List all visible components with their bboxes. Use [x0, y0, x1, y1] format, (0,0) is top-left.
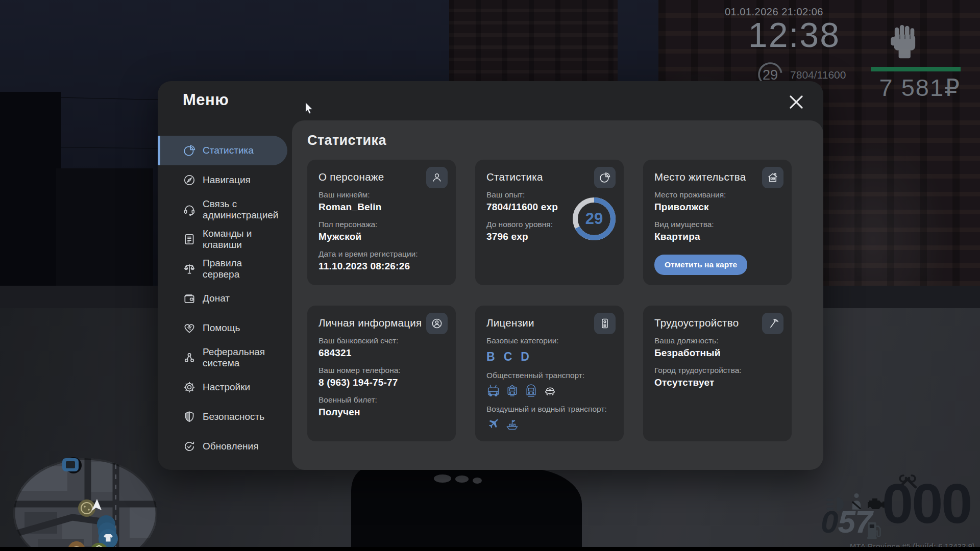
- fuel-pad: 0: [821, 504, 838, 539]
- sidebar-item-security[interactable]: Безопасность: [158, 402, 292, 432]
- minimap: [11, 457, 159, 551]
- stats-cards: О персонажеВаш никнейм:Roman_BelinПол пе…: [307, 160, 823, 441]
- sidebar-item-statistics[interactable]: Статистика: [158, 136, 287, 165]
- sidebar-item-label: Правила сервера: [203, 258, 280, 280]
- close-button[interactable]: [787, 92, 806, 112]
- sidebar-item-label: Команды и клавиши: [203, 228, 280, 251]
- field-value: 7804/11600 exp: [486, 202, 574, 213]
- health-bar: [871, 67, 961, 71]
- speedometer: 000: [882, 475, 971, 532]
- gear-icon: [183, 381, 196, 394]
- sidebar-item-referral[interactable]: Реферальная система: [158, 343, 292, 372]
- bottom-black-bar: [0, 547, 980, 551]
- field-value: Roman_Belin: [318, 202, 445, 213]
- person-icon: [426, 167, 448, 188]
- sidebar-item-donate[interactable]: Донат: [158, 284, 292, 313]
- license-category: D: [521, 350, 529, 364]
- pickaxe-icon: [762, 313, 783, 334]
- card-title: Место жительства: [654, 171, 780, 183]
- money-display: 7 581₽: [879, 73, 961, 102]
- sidebar-item-label: Статистика: [203, 145, 254, 156]
- field-value: 684321: [318, 347, 445, 359]
- trolleybus-icon: [486, 384, 500, 397]
- sidebar-item-label: Связь с администрацией: [203, 198, 280, 221]
- sidebar-item-label: Обновления: [203, 441, 258, 452]
- id-card-icon: [594, 313, 616, 334]
- sidebar-item-navigation[interactable]: Навигация: [158, 165, 292, 195]
- mark-on-map-button[interactable]: Отметить на карте: [654, 255, 747, 275]
- field-label: Ваша должность:: [654, 336, 780, 345]
- exp-value: 7804/11600: [790, 69, 846, 81]
- field-label: Ваш никнейм:: [318, 190, 445, 199]
- section-label: Базовые категории:: [486, 336, 612, 345]
- menu-window: Меню СтатистикаНавигацияСвязь с админист…: [158, 81, 823, 470]
- vehicle-hud: 057 000: [817, 473, 980, 551]
- license-category: B: [486, 350, 495, 364]
- content-title: Статистика: [307, 133, 823, 148]
- wallet-icon: [183, 292, 196, 305]
- field-label: Военный билет:: [318, 395, 445, 405]
- person-circle-icon: [426, 313, 448, 334]
- card-licenses: ЛицензииБазовые категории:BCDОбщественны…: [475, 306, 624, 441]
- card-title: Трудоустройство: [654, 317, 780, 329]
- house-icon: [762, 167, 783, 188]
- sidebar-item-admin-contact[interactable]: Связь с администрацией: [158, 195, 292, 224]
- menu-content: Статистика О персонажеВаш никнейм:Roman_…: [292, 120, 823, 470]
- mouse-cursor: [305, 102, 315, 115]
- field-label: Дата и время регистрации:: [318, 249, 445, 259]
- field-label: Вид имущества:: [654, 220, 780, 229]
- license-category: C: [504, 350, 512, 364]
- card-title: Лицензии: [486, 317, 612, 329]
- field-label: Ваш банковский счет:: [318, 336, 445, 345]
- sidebar-item-label: Донат: [203, 293, 230, 304]
- sidebar-item-label: Реферальная система: [203, 346, 280, 369]
- fist-icon: [889, 23, 921, 60]
- field-label: Город трудоустройства:: [654, 366, 780, 375]
- sidebar-item-server-rules[interactable]: Правила сервера: [158, 254, 292, 284]
- train-icon: [524, 384, 538, 397]
- scales-icon: [183, 262, 196, 276]
- field-value: 11.10.2023 08:26:26: [318, 261, 445, 272]
- sidebar-item-commands[interactable]: Команды и клавиши: [158, 224, 292, 254]
- shield-icon: [183, 410, 196, 423]
- card-title: Личная информация: [318, 317, 445, 329]
- sidebar-item-label: Настройки: [203, 382, 250, 393]
- card-title: О персонаже: [318, 171, 445, 183]
- sidebar-item-help[interactable]: Помощь: [158, 313, 292, 343]
- card-about-character: О персонажеВаш никнейм:Roman_BelinПол пе…: [307, 160, 456, 285]
- card-employment: ТрудоустройствоВаша должность:Безработны…: [643, 306, 792, 441]
- field-value: Мужской: [318, 231, 445, 242]
- referral-network-icon: [183, 351, 196, 364]
- screenshot-root: 01.01.2026 21:02:06 12:38 29 7804/11600 …: [0, 0, 980, 551]
- field-value: Отсутствует: [654, 377, 780, 388]
- field-value: Квартира: [654, 231, 780, 242]
- sidebar-item-label: Безопасность: [203, 411, 264, 422]
- field-value: Безработный: [654, 347, 780, 359]
- field-value: Приволжск: [654, 202, 780, 213]
- field-value: 8 (963) 194-75-77: [318, 377, 445, 388]
- ship-icon: [505, 417, 519, 431]
- level-progress-ring: 29: [573, 197, 616, 240]
- card-statistics: СтатистикаВаш опыт:7804/11600 expДо ново…: [475, 160, 624, 285]
- field-label: Ваш опыт:: [486, 190, 574, 199]
- close-icon: [787, 92, 806, 112]
- fuel-gauge: 057: [821, 506, 872, 538]
- field-label: Место проживания:: [654, 190, 780, 199]
- fuel-pump-icon: [867, 520, 882, 540]
- pie-chart-icon: [594, 167, 616, 188]
- sidebar-item-label: Навигация: [203, 174, 251, 186]
- section-label: Общественный транспорт:: [486, 371, 612, 380]
- pie-chart-icon: [183, 144, 196, 157]
- compass-icon: [183, 173, 196, 187]
- field-label: Ваш номер телефона:: [318, 366, 445, 375]
- taxi-cap-icon: [543, 384, 557, 397]
- tram-icon: [505, 384, 519, 397]
- game-clock: 12:38: [748, 17, 840, 52]
- sidebar-item-updates[interactable]: Обновления: [158, 432, 292, 461]
- menu-title: Меню: [183, 91, 229, 109]
- plane-icon: [486, 417, 500, 431]
- sidebar-item-settings[interactable]: Настройки: [158, 372, 292, 402]
- license-icons-row: [486, 384, 612, 397]
- headset-icon: [183, 203, 196, 216]
- license-icons-row: [486, 417, 612, 431]
